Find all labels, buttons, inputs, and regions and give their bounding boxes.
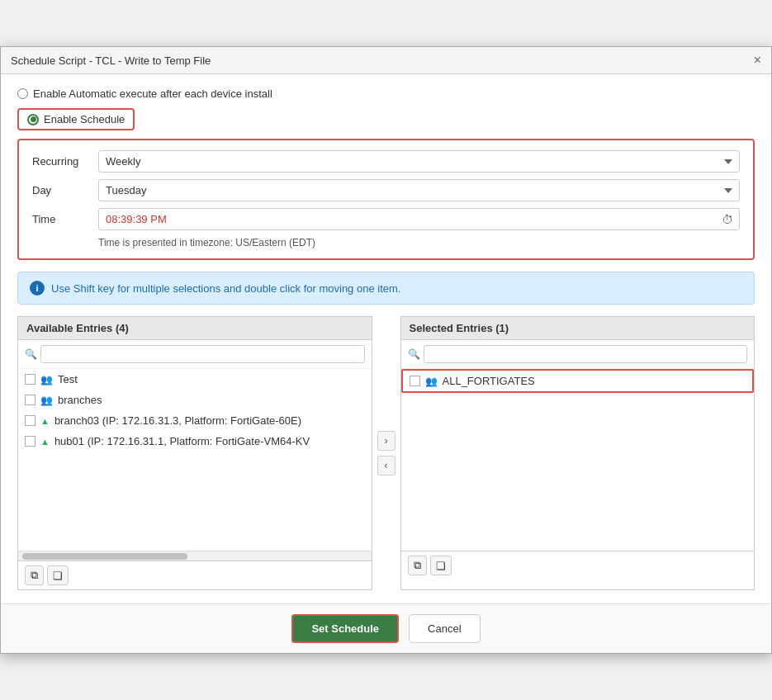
list-item[interactable]: 👥 branches bbox=[18, 390, 372, 410]
entry-label: hub01 (IP: 172.16.31.1, Platform: FortiG… bbox=[54, 435, 310, 447]
group-icon: 👥 bbox=[40, 395, 53, 406]
group-icon: 👥 bbox=[425, 376, 438, 387]
entries-container: Available Entries (4) 🔍 👥 Test 👥 branche… bbox=[17, 316, 755, 590]
selected-entries-list: 👥 ALL_FORTIGATES bbox=[401, 369, 755, 551]
recurring-row: Recurring Once Daily Weekly Monthly bbox=[32, 150, 740, 173]
info-banner: i Use Shift key for multiple selections … bbox=[17, 272, 755, 305]
dialog-title: Schedule Script - TCL - Write to Temp Fi… bbox=[11, 54, 211, 67]
available-paste-btn[interactable]: ❏ bbox=[47, 565, 69, 585]
info-icon: i bbox=[30, 281, 45, 296]
transfer-buttons: › ‹ bbox=[372, 316, 400, 590]
dialog-titlebar: Schedule Script - TCL - Write to Temp Fi… bbox=[1, 47, 771, 74]
auto-execute-label[interactable]: Enable Automatic execute after each devi… bbox=[17, 88, 272, 100]
list-item[interactable]: ▲ branch03 (IP: 172.16.31.3, Platform: F… bbox=[18, 410, 372, 431]
radio-inner-dot bbox=[31, 116, 36, 122]
list-item[interactable]: 👥 Test bbox=[18, 369, 372, 390]
dialog-body: Enable Automatic execute after each devi… bbox=[1, 74, 771, 603]
available-search-icon: 🔍 bbox=[25, 348, 37, 360]
group-icon: 👥 bbox=[40, 374, 53, 385]
clock-icon: ⏱ bbox=[722, 213, 733, 226]
entry-checkbox[interactable] bbox=[25, 374, 36, 385]
available-entries-header: Available Entries (4) bbox=[18, 317, 372, 340]
selected-copy-btn[interactable]: ⧉ bbox=[408, 556, 427, 575]
day-label: Day bbox=[32, 184, 98, 196]
selected-entries-header: Selected Entries (1) bbox=[401, 317, 755, 340]
list-item[interactable]: ▲ hub01 (IP: 172.16.31.1, Platform: Fort… bbox=[18, 431, 372, 452]
timezone-note: Time is presented in timezone: US/Easter… bbox=[32, 237, 740, 248]
scrollbar-thumb bbox=[22, 553, 187, 560]
schedule-dialog: Schedule Script - TCL - Write to Temp Fi… bbox=[0, 46, 772, 654]
entry-checkbox[interactable] bbox=[410, 376, 420, 386]
time-row: Time ⏱ bbox=[32, 208, 740, 230]
info-text: Use Shift key for multiple selections an… bbox=[51, 282, 400, 295]
recurring-label: Recurring bbox=[32, 155, 98, 168]
available-copy-btn[interactable]: ⧉ bbox=[25, 565, 44, 585]
device-up-icon: ▲ bbox=[40, 437, 50, 447]
available-search-row: 🔍 bbox=[18, 340, 372, 369]
available-entries-list: 👥 Test 👥 branches ▲ branch03 (IP: 172.16… bbox=[18, 369, 372, 551]
time-label: Time bbox=[32, 213, 98, 225]
dialog-footer: Set Schedule Cancel bbox=[1, 603, 771, 653]
entry-label: branch03 (IP: 172.16.31.3, Platform: For… bbox=[54, 414, 301, 427]
cancel-button[interactable]: Cancel bbox=[409, 614, 480, 643]
selected-paste-btn[interactable]: ❏ bbox=[430, 556, 452, 575]
day-row: Day Monday Tuesday Wednesday Thursday Fr… bbox=[32, 179, 740, 201]
selected-search-row: 🔍 bbox=[401, 340, 755, 369]
selected-entries-panel: Selected Entries (1) 🔍 👥 ALL_FORTIGATES … bbox=[400, 316, 755, 590]
set-schedule-button[interactable]: Set Schedule bbox=[291, 614, 399, 643]
available-entries-panel: Available Entries (4) 🔍 👥 Test 👥 branche… bbox=[17, 316, 372, 590]
entry-checkbox[interactable] bbox=[25, 436, 36, 447]
close-button[interactable]: × bbox=[754, 54, 761, 67]
entry-checkbox[interactable] bbox=[25, 415, 36, 426]
transfer-backward-button[interactable]: ‹ bbox=[377, 456, 395, 475]
transfer-forward-button[interactable]: › bbox=[377, 431, 395, 451]
available-search-input[interactable] bbox=[40, 345, 365, 363]
available-scrollbar[interactable] bbox=[18, 551, 372, 560]
time-input[interactable] bbox=[98, 208, 740, 230]
device-up-icon: ▲ bbox=[40, 416, 50, 426]
auto-execute-radio[interactable] bbox=[17, 88, 28, 99]
entry-label: Test bbox=[58, 373, 78, 385]
enable-schedule-option: Enable Schedule bbox=[17, 108, 755, 130]
day-select[interactable]: Monday Tuesday Wednesday Thursday Friday… bbox=[98, 179, 740, 201]
entry-label: branches bbox=[58, 394, 102, 406]
enable-schedule-box[interactable]: Enable Schedule bbox=[17, 108, 135, 130]
recurring-select[interactable]: Once Daily Weekly Monthly bbox=[98, 150, 740, 173]
entry-label: ALL_FORTIGATES bbox=[443, 375, 535, 387]
selected-search-icon: 🔍 bbox=[408, 348, 420, 360]
time-input-wrapper: ⏱ bbox=[98, 208, 740, 230]
enable-schedule-radio[interactable] bbox=[27, 114, 39, 125]
available-entries-footer: ⧉ ❏ bbox=[18, 560, 372, 589]
schedule-section: Recurring Once Daily Weekly Monthly Day … bbox=[17, 139, 755, 260]
entry-checkbox[interactable] bbox=[25, 395, 36, 405]
list-item[interactable]: 👥 ALL_FORTIGATES bbox=[401, 369, 755, 393]
selected-entries-footer: ⧉ ❏ bbox=[401, 551, 755, 579]
selected-search-input[interactable] bbox=[424, 345, 748, 363]
auto-execute-option: Enable Automatic execute after each devi… bbox=[17, 88, 755, 100]
